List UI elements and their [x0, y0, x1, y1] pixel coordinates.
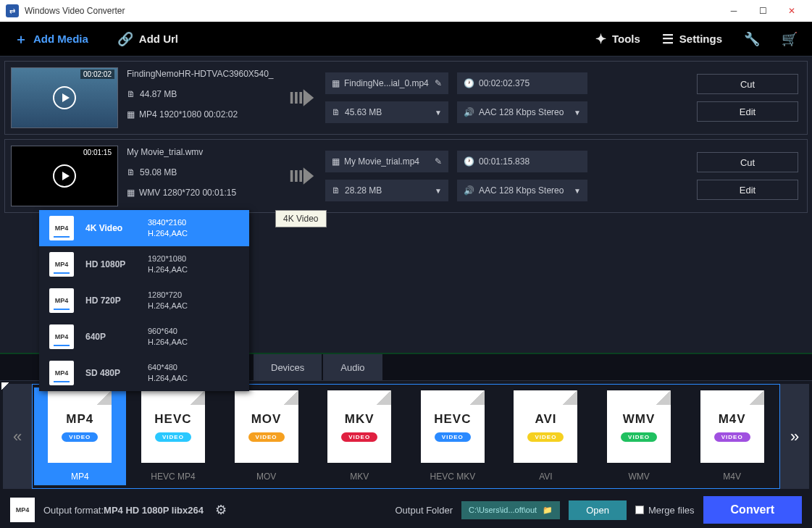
filesize: 59.08 MB [140, 167, 177, 177]
edit-button[interactable]: Edit [697, 101, 798, 122]
settings-button[interactable]: ☰ Settings [662, 31, 722, 47]
output-duration-field[interactable]: 🕐00:02:02.375 [457, 72, 587, 94]
format-mp4[interactable]: MP4VIDEOMP4 [34, 387, 126, 485]
cart-button[interactable]: 🛒 [782, 31, 798, 47]
format-grid: MP4VIDEOMP4 HEVCVIDEOHEVC MP4 MOVVIDEOMO… [32, 384, 780, 489]
format-avi[interactable]: AVIVIDEOAVI [500, 387, 592, 485]
mp4-icon: MP4 [10, 498, 35, 522]
tab-audio[interactable]: Audio [323, 354, 382, 380]
scroll-left-button[interactable]: « [3, 384, 32, 489]
play-icon[interactable] [53, 164, 76, 188]
key-button[interactable]: 🔧 [744, 31, 760, 47]
preset-codec: H.264,AAC [148, 264, 188, 275]
preset-res: 1280*720 [148, 290, 188, 301]
preset-item-720p[interactable]: MP4 HD 720P 1280*720H.264,AAC [39, 282, 249, 319]
output-name-field[interactable]: ▦FindingNe...ial_0.mp4✎ [325, 72, 448, 94]
maximize-button[interactable]: ☐ [748, 1, 777, 21]
output-audio-dropdown[interactable]: 🔊AAC 128 Kbps Stereo▼ [457, 101, 587, 123]
cut-button[interactable]: Cut [697, 74, 798, 94]
open-folder-button[interactable]: Open [569, 500, 627, 520]
fmt-code: HEVC [154, 412, 191, 427]
format-mov[interactable]: MOVVIDEOMOV [220, 387, 312, 485]
merge-files-checkbox[interactable]: Merge files [635, 505, 695, 516]
format-wmv[interactable]: WMVVIDEOWMV [593, 387, 685, 485]
preset-item-4k[interactable]: MP4 4K Video 3840*2160H.264,AAC 4K Video [39, 210, 249, 246]
preset-res: 3840*2160 [148, 217, 188, 228]
preset-codec: H.264,AAC [148, 337, 188, 348]
folder-icon[interactable]: 📁 [543, 506, 553, 515]
video-icon: ▦ [127, 109, 135, 120]
minimize-button[interactable]: ─ [719, 1, 748, 21]
format-mkv[interactable]: MKVVIDEOMKV [314, 387, 406, 485]
output-name-field[interactable]: ▦My Movie_trial.mp4✎ [325, 151, 448, 172]
preset-label: 640P [85, 332, 136, 342]
filename: My Movie_trial.wmv [127, 147, 279, 157]
fmt-code: MKV [345, 412, 374, 427]
fmt-code: HEVC [434, 412, 471, 427]
preset-codec: H.264,AAC [148, 373, 188, 384]
out-name: FindingNe...ial_0.mp4 [344, 78, 429, 88]
fmt-label: MP4 [71, 472, 89, 482]
mp4-icon: MP4 [49, 216, 74, 240]
output-folder-path[interactable]: C:\Users\id...oft\out📁 [461, 501, 560, 519]
tools-button[interactable]: ✦ Tools [595, 31, 640, 47]
play-icon[interactable] [53, 86, 76, 109]
out-size: 28.28 MB [345, 185, 382, 196]
audio-icon: 🔊 [464, 185, 474, 196]
add-media-label: Add Media [33, 33, 88, 45]
output-size-dropdown[interactable]: 🗎45.63 MB▼ [325, 101, 448, 123]
media-row: 00:01:15 My Movie_trial.wmv 🗎59.08 MB ▦W… [4, 139, 808, 213]
gear-icon[interactable]: ⚙ [215, 502, 227, 518]
menu-icon: ☰ [662, 31, 674, 47]
key-icon: 🔧 [744, 31, 760, 47]
format-hevc-mp4[interactable]: HEVCVIDEOHEVC MP4 [127, 387, 219, 485]
arrow-icon [288, 166, 317, 186]
convert-button[interactable]: Convert [703, 496, 802, 524]
thumbnail[interactable]: 00:02:02 [11, 67, 118, 128]
edit-button[interactable]: Edit [697, 180, 798, 200]
pencil-icon[interactable]: ✎ [435, 78, 442, 88]
fmt-badge: VIDEO [341, 432, 377, 442]
out-audio: AAC 128 Kbps Stereo [479, 185, 564, 196]
out-audio: AAC 128 Kbps Stereo [479, 107, 564, 117]
preset-item-640p[interactable]: MP4 640P 960*640H.264,AAC [39, 319, 249, 355]
preset-item-1080p[interactable]: MP4 HD 1080P 1920*1080H.264,AAC [39, 246, 249, 282]
fmt-label: M4V [723, 472, 741, 482]
output-audio-dropdown[interactable]: 🔊AAC 128 Kbps Stereo▼ [457, 180, 587, 201]
fmt-badge: VIDEO [155, 432, 191, 442]
thumb-duration: 00:02:02 [80, 70, 114, 79]
format-m4v[interactable]: M4VVIDEOM4V [686, 387, 778, 485]
fmt-badge: VIDEO [714, 432, 750, 442]
preset-item-480p[interactable]: MP4 SD 480P 640*480H.264,AAC [39, 355, 249, 391]
video-out-icon: ▦ [332, 78, 340, 88]
out-duration: 00:02:02.375 [479, 78, 530, 88]
fmt-label: HEVC MKV [430, 472, 475, 482]
add-media-button[interactable]: ＋ Add Media [14, 30, 88, 48]
titlebar: ⇄ Windows Video Converter ─ ☐ ✕ [0, 0, 812, 22]
output-size-dropdown[interactable]: 🗎28.28 MB▼ [325, 180, 448, 201]
preset-label: HD 1080P [85, 259, 136, 269]
mp4-icon: MP4 [49, 288, 74, 313]
preset-res: 640*480 [148, 362, 188, 373]
fmt-label: MOV [256, 472, 276, 482]
tab-devices[interactable]: Devices [254, 354, 322, 380]
output-folder-label: Output Folder [395, 505, 453, 516]
mp4-icon: MP4 [49, 324, 74, 349]
pencil-icon[interactable]: ✎ [435, 156, 442, 167]
output-format-display: Output format:MP4 HD 1080P libx264 [43, 505, 204, 516]
scroll-right-button[interactable]: » [780, 384, 809, 489]
merge-label: Merge files [648, 505, 695, 516]
mp4-icon: MP4 [49, 361, 74, 385]
format-hevc-mkv[interactable]: HEVCVIDEOHEVC MKV [407, 387, 499, 485]
fmt-label: MKV [350, 472, 369, 482]
close-button[interactable]: ✕ [777, 1, 806, 21]
add-url-button[interactable]: 🔗 Add Url [117, 31, 178, 47]
settings-label: Settings [679, 33, 722, 45]
thumbnail[interactable]: 00:01:15 [11, 146, 118, 206]
filename: FindingNemoHR-HDTVAC3960X540_ [127, 69, 279, 79]
out-duration: 00:01:15.838 [479, 156, 530, 167]
caret-down-icon: ▼ [435, 109, 442, 117]
output-duration-field[interactable]: 🕐00:01:15.838 [457, 151, 587, 172]
cut-button[interactable]: Cut [697, 152, 798, 172]
clock-icon: 🕐 [464, 156, 474, 167]
